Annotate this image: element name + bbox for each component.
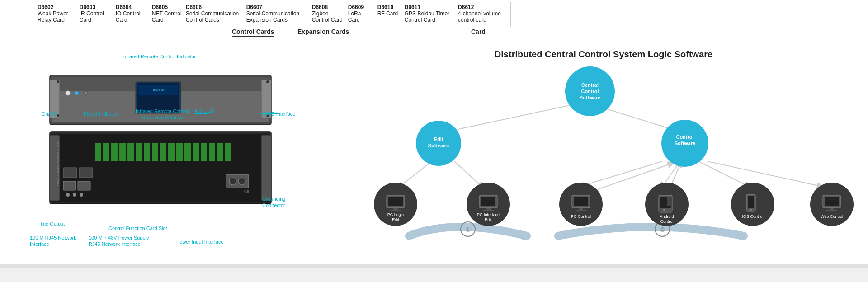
table-cell-d6612: D6612 4-channel volume control card: [456, 4, 507, 23]
svg-rect-77: [486, 208, 491, 210]
control-slot-label: Control Function Card Slot: [108, 226, 167, 231]
control-cards-label: Control Cards: [232, 28, 274, 37]
svg-rect-33: [201, 143, 207, 161]
svg-point-91: [663, 209, 665, 211]
table-cell-d6606: D6606 Serial Communication Control Cards: [184, 4, 245, 23]
svg-rect-25: [136, 143, 142, 161]
table-cell-d6610: D6610 RF Card: [376, 4, 403, 23]
power-indicator-label: Power Indicator: [84, 111, 118, 117]
svg-rect-22: [111, 143, 118, 161]
svg-point-42: [229, 178, 236, 185]
table-cell-d6607: D6607 Serial Communication Expansion Car…: [245, 4, 310, 23]
table-cell-d6608: D6608 Zigbee Control Card: [310, 4, 346, 23]
svg-text:Edit: Edit: [434, 136, 443, 142]
svg-rect-23: [119, 143, 126, 161]
svg-rect-35: [217, 143, 223, 161]
svg-rect-90: [667, 197, 672, 206]
card-label: Card: [471, 28, 486, 35]
svg-rect-32: [193, 143, 199, 161]
svg-rect-34: [209, 143, 215, 161]
device-diagram-panel: DISPLAY: [0, 41, 344, 264]
table-cell-d6602: D6602 Weak Power Relay Card: [36, 4, 78, 23]
logic-diagram-panel: Distributed Central Control System Logic…: [344, 41, 868, 264]
svg-text:Control: Control: [660, 219, 673, 224]
svg-rect-21: [103, 143, 109, 161]
svg-text:Software: Software: [580, 95, 600, 100]
expansion-cards-label: Expansion Cards: [297, 28, 349, 35]
device-svg: DISPLAY: [36, 52, 289, 224]
rj45-label: 100 M RJ45 NetworkInterface: [30, 235, 76, 248]
svg-rect-29: [168, 143, 175, 161]
svg-point-45: [73, 193, 76, 197]
svg-rect-31: [184, 143, 191, 161]
svg-text:PROFESSIONAL MEDIA CONTROL: PROFESSIONAL MEDIA CONTROL: [57, 141, 59, 186]
svg-text:Edit: Edit: [485, 217, 492, 222]
svg-rect-19: [261, 135, 271, 201]
svg-rect-27: [152, 143, 158, 161]
svg-text:PC Interface: PC Interface: [477, 212, 500, 217]
svg-point-44: [66, 193, 70, 197]
svg-text:PC Control: PC Control: [571, 214, 591, 219]
svg-rect-83: [574, 197, 588, 206]
svg-text:Web Control: Web Control: [821, 214, 843, 219]
svg-rect-101: [825, 197, 839, 206]
svg-text:②: ②: [660, 226, 665, 233]
svg-point-12: [57, 80, 59, 83]
svg-rect-69: [388, 197, 403, 206]
svg-text:Software: Software: [428, 143, 449, 148]
svg-rect-78: [483, 210, 494, 212]
infrared-indicator-label: Infrared Remote Control Indicator: [122, 54, 196, 59]
svg-rect-36: [225, 143, 231, 161]
table-cell-d6604: D6604 IO Control Card: [114, 4, 150, 23]
svg-rect-24: [127, 143, 134, 161]
svg-point-14: [266, 80, 269, 83]
svg-text:DISPLAY: DISPLAY: [151, 89, 165, 92]
svg-text:Software: Software: [675, 141, 695, 146]
svg-point-43: [238, 178, 245, 185]
svg-text:PC Logic: PC Logic: [387, 212, 404, 217]
bottom-strip: [0, 264, 868, 268]
svg-text:Android: Android: [660, 214, 674, 219]
svg-point-97: [750, 209, 752, 211]
svg-rect-71: [390, 210, 401, 212]
on-off-label: On/Off: [42, 111, 56, 117]
svg-point-9: [66, 91, 70, 95]
diagram-title: Distributed Central Control System Logic…: [353, 49, 854, 60]
power-supply-rj45-label: 100 M + 48V Power SupplyRJ45 Network Int…: [89, 235, 149, 248]
svg-rect-20: [95, 143, 101, 161]
svg-text:Control: Control: [676, 134, 693, 140]
table-cell-d6609: D6609 LoRa Card: [346, 4, 376, 23]
svg-text:①: ①: [465, 226, 471, 233]
svg-rect-96: [748, 196, 754, 208]
logic-diagram-svg: ① ②: [353, 64, 854, 249]
svg-point-11: [84, 91, 88, 95]
table-cell-d6605: D6605 NET Control Card: [150, 4, 184, 23]
infrared-window-label: Infrared Remote ControlReceiving Window: [136, 108, 189, 121]
svg-text:Central: Central: [581, 82, 599, 88]
svg-rect-38: [79, 168, 93, 178]
svg-text:Edit: Edit: [392, 217, 399, 222]
line-output-label: line Output: [41, 221, 65, 226]
power-input-label: Power Input Interface: [176, 239, 224, 244]
svg-rect-102: [830, 208, 834, 210]
svg-point-10: [75, 91, 79, 95]
svg-rect-39: [63, 181, 76, 190]
svg-text:CE: CE: [244, 189, 249, 193]
svg-text:IOS Control: IOS Control: [742, 214, 763, 219]
svg-rect-30: [176, 143, 183, 161]
svg-rect-103: [826, 210, 837, 212]
svg-text:Control: Control: [581, 89, 599, 94]
lcd-label: 4.3" LCD: [194, 108, 214, 113]
svg-point-46: [80, 193, 83, 197]
svg-rect-76: [481, 197, 495, 206]
svg-rect-85: [576, 210, 586, 212]
table-cell-d6603: D6603 IR Control Card: [78, 4, 114, 23]
grounding-label: GroundingConnector: [262, 196, 285, 209]
svg-rect-40: [78, 181, 90, 190]
svg-rect-28: [160, 143, 166, 161]
svg-rect-70: [393, 208, 398, 210]
table-cell-d6611: D6611 GPS Beidou Timer Control Card: [403, 4, 456, 23]
svg-rect-37: [63, 168, 77, 178]
usb-label: USB Interface: [264, 111, 295, 117]
svg-rect-26: [144, 143, 150, 161]
